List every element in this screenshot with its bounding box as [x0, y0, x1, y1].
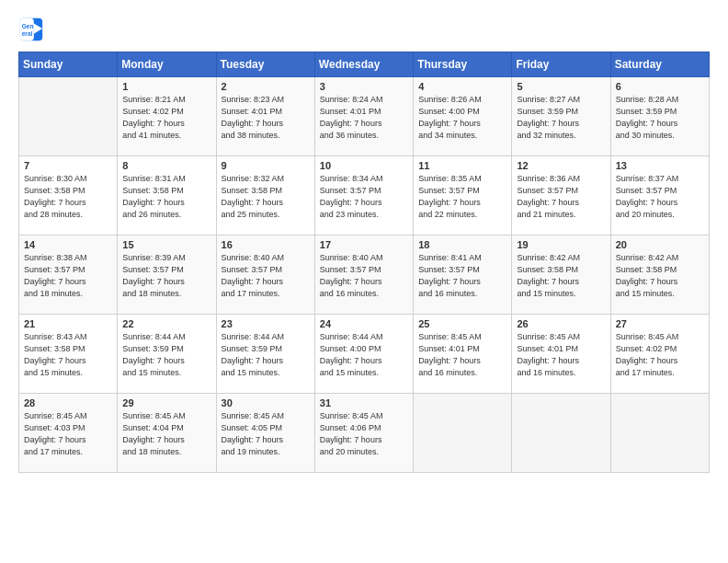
day-number: 26 — [517, 318, 605, 329]
day-number: 25 — [418, 318, 506, 329]
weekday-header: Monday — [118, 52, 216, 77]
day-number: 18 — [418, 239, 506, 250]
calendar-cell: 11Sunrise: 8:35 AM Sunset: 3:57 PM Dayli… — [414, 156, 512, 236]
day-number: 21 — [24, 318, 112, 329]
calendar-cell: 8Sunrise: 8:31 AM Sunset: 3:58 PM Daylig… — [118, 156, 216, 236]
day-info: Sunrise: 8:44 AM Sunset: 3:59 PM Dayligh… — [122, 331, 210, 379]
day-info: Sunrise: 8:34 AM Sunset: 3:57 PM Dayligh… — [320, 173, 408, 221]
day-info: Sunrise: 8:28 AM Sunset: 3:59 PM Dayligh… — [616, 94, 704, 142]
calendar-cell: 4Sunrise: 8:26 AM Sunset: 4:00 PM Daylig… — [414, 77, 512, 156]
day-number: 7 — [24, 160, 112, 171]
calendar-cell — [610, 394, 709, 473]
calendar-cell: 5Sunrise: 8:27 AM Sunset: 3:59 PM Daylig… — [512, 77, 610, 156]
day-number: 29 — [122, 397, 210, 408]
calendar-cell: 28Sunrise: 8:45 AM Sunset: 4:03 PM Dayli… — [19, 394, 118, 473]
day-number: 28 — [24, 397, 112, 408]
page: Gen eral SundayMondayTuesdayWednesdayThu… — [0, 0, 728, 563]
calendar-cell: 15Sunrise: 8:39 AM Sunset: 3:57 PM Dayli… — [118, 236, 216, 315]
day-info: Sunrise: 8:42 AM Sunset: 3:58 PM Dayligh… — [616, 252, 704, 300]
logo: Gen eral — [18, 17, 46, 42]
calendar-cell — [414, 394, 512, 473]
calendar-cell: 6Sunrise: 8:28 AM Sunset: 3:59 PM Daylig… — [610, 77, 709, 156]
calendar-week-row: 1Sunrise: 8:21 AM Sunset: 4:02 PM Daylig… — [19, 77, 710, 156]
day-info: Sunrise: 8:42 AM Sunset: 3:58 PM Dayligh… — [517, 252, 605, 300]
day-info: Sunrise: 8:40 AM Sunset: 3:57 PM Dayligh… — [320, 252, 408, 300]
day-info: Sunrise: 8:41 AM Sunset: 3:57 PM Dayligh… — [418, 252, 506, 300]
day-number: 13 — [616, 160, 704, 171]
day-number: 15 — [122, 239, 210, 250]
weekday-header: Tuesday — [216, 52, 314, 77]
calendar-cell: 30Sunrise: 8:45 AM Sunset: 4:05 PM Dayli… — [216, 394, 314, 473]
day-number: 17 — [320, 239, 408, 250]
day-info: Sunrise: 8:44 AM Sunset: 3:59 PM Dayligh… — [222, 331, 310, 379]
calendar-week-row: 21Sunrise: 8:43 AM Sunset: 3:58 PM Dayli… — [19, 315, 710, 394]
logo-icon: Gen eral — [18, 17, 44, 42]
day-number: 24 — [320, 318, 408, 329]
day-number: 2 — [222, 81, 310, 92]
day-info: Sunrise: 8:45 AM Sunset: 4:03 PM Dayligh… — [24, 410, 112, 458]
calendar-cell: 29Sunrise: 8:45 AM Sunset: 4:04 PM Dayli… — [118, 394, 216, 473]
calendar-body: 1Sunrise: 8:21 AM Sunset: 4:02 PM Daylig… — [19, 77, 710, 473]
day-number: 31 — [320, 397, 408, 408]
calendar-cell: 21Sunrise: 8:43 AM Sunset: 3:58 PM Dayli… — [19, 315, 118, 394]
day-info: Sunrise: 8:40 AM Sunset: 3:57 PM Dayligh… — [222, 252, 310, 300]
calendar-header: SundayMondayTuesdayWednesdayThursdayFrid… — [19, 52, 710, 77]
day-number: 3 — [320, 81, 408, 92]
svg-text:Gen: Gen — [22, 23, 34, 29]
calendar-cell — [19, 77, 118, 156]
day-number: 1 — [122, 81, 210, 92]
day-info: Sunrise: 8:35 AM Sunset: 3:57 PM Dayligh… — [418, 173, 506, 221]
calendar-cell: 14Sunrise: 8:38 AM Sunset: 3:57 PM Dayli… — [19, 236, 118, 315]
calendar-cell: 7Sunrise: 8:30 AM Sunset: 3:58 PM Daylig… — [19, 156, 118, 236]
day-info: Sunrise: 8:24 AM Sunset: 4:01 PM Dayligh… — [320, 94, 408, 142]
calendar-cell: 23Sunrise: 8:44 AM Sunset: 3:59 PM Dayli… — [216, 315, 314, 394]
day-info: Sunrise: 8:43 AM Sunset: 3:58 PM Dayligh… — [24, 331, 112, 379]
day-info: Sunrise: 8:30 AM Sunset: 3:58 PM Dayligh… — [24, 173, 112, 221]
calendar-cell: 31Sunrise: 8:45 AM Sunset: 4:06 PM Dayli… — [314, 394, 413, 473]
day-number: 12 — [517, 160, 605, 171]
day-info: Sunrise: 8:45 AM Sunset: 4:01 PM Dayligh… — [517, 331, 605, 379]
calendar-cell: 16Sunrise: 8:40 AM Sunset: 3:57 PM Dayli… — [216, 236, 314, 315]
day-info: Sunrise: 8:27 AM Sunset: 3:59 PM Dayligh… — [517, 94, 605, 142]
calendar-cell: 19Sunrise: 8:42 AM Sunset: 3:58 PM Dayli… — [512, 236, 610, 315]
calendar-cell: 24Sunrise: 8:44 AM Sunset: 4:00 PM Dayli… — [314, 315, 413, 394]
weekday-header: Sunday — [19, 52, 118, 77]
day-info: Sunrise: 8:45 AM Sunset: 4:02 PM Dayligh… — [616, 331, 704, 379]
calendar-table: SundayMondayTuesdayWednesdayThursdayFrid… — [18, 52, 710, 473]
day-info: Sunrise: 8:45 AM Sunset: 4:05 PM Dayligh… — [222, 410, 310, 458]
day-info: Sunrise: 8:31 AM Sunset: 3:58 PM Dayligh… — [122, 173, 210, 221]
calendar-cell: 13Sunrise: 8:37 AM Sunset: 3:57 PM Dayli… — [610, 156, 709, 236]
day-info: Sunrise: 8:44 AM Sunset: 4:00 PM Dayligh… — [320, 331, 408, 379]
calendar-cell: 1Sunrise: 8:21 AM Sunset: 4:02 PM Daylig… — [118, 77, 216, 156]
day-number: 27 — [616, 318, 704, 329]
weekday-header: Saturday — [610, 52, 709, 77]
day-number: 22 — [122, 318, 210, 329]
weekday-header: Thursday — [414, 52, 512, 77]
day-info: Sunrise: 8:45 AM Sunset: 4:01 PM Dayligh… — [418, 331, 506, 379]
day-number: 10 — [320, 160, 408, 171]
day-info: Sunrise: 8:45 AM Sunset: 4:06 PM Dayligh… — [320, 410, 408, 458]
calendar-cell: 10Sunrise: 8:34 AM Sunset: 3:57 PM Dayli… — [314, 156, 413, 236]
day-number: 16 — [222, 239, 310, 250]
calendar-cell: 18Sunrise: 8:41 AM Sunset: 3:57 PM Dayli… — [414, 236, 512, 315]
day-info: Sunrise: 8:32 AM Sunset: 3:58 PM Dayligh… — [222, 173, 310, 221]
header: Gen eral — [18, 17, 710, 42]
calendar-cell: 27Sunrise: 8:45 AM Sunset: 4:02 PM Dayli… — [610, 315, 709, 394]
day-number: 9 — [222, 160, 310, 171]
calendar-cell: 12Sunrise: 8:36 AM Sunset: 3:57 PM Dayli… — [512, 156, 610, 236]
day-info: Sunrise: 8:38 AM Sunset: 3:57 PM Dayligh… — [24, 252, 112, 300]
day-info: Sunrise: 8:45 AM Sunset: 4:04 PM Dayligh… — [122, 410, 210, 458]
calendar-cell: 3Sunrise: 8:24 AM Sunset: 4:01 PM Daylig… — [314, 77, 413, 156]
svg-text:eral: eral — [22, 30, 33, 37]
day-number: 23 — [222, 318, 310, 329]
day-number: 30 — [222, 397, 310, 408]
day-number: 5 — [517, 81, 605, 92]
calendar-cell: 22Sunrise: 8:44 AM Sunset: 3:59 PM Dayli… — [118, 315, 216, 394]
day-info: Sunrise: 8:37 AM Sunset: 3:57 PM Dayligh… — [616, 173, 704, 221]
day-info: Sunrise: 8:21 AM Sunset: 4:02 PM Dayligh… — [122, 94, 210, 142]
calendar-cell: 26Sunrise: 8:45 AM Sunset: 4:01 PM Dayli… — [512, 315, 610, 394]
day-info: Sunrise: 8:23 AM Sunset: 4:01 PM Dayligh… — [222, 94, 310, 142]
weekday-header: Wednesday — [314, 52, 413, 77]
day-info: Sunrise: 8:39 AM Sunset: 3:57 PM Dayligh… — [122, 252, 210, 300]
day-info: Sunrise: 8:36 AM Sunset: 3:57 PM Dayligh… — [517, 173, 605, 221]
